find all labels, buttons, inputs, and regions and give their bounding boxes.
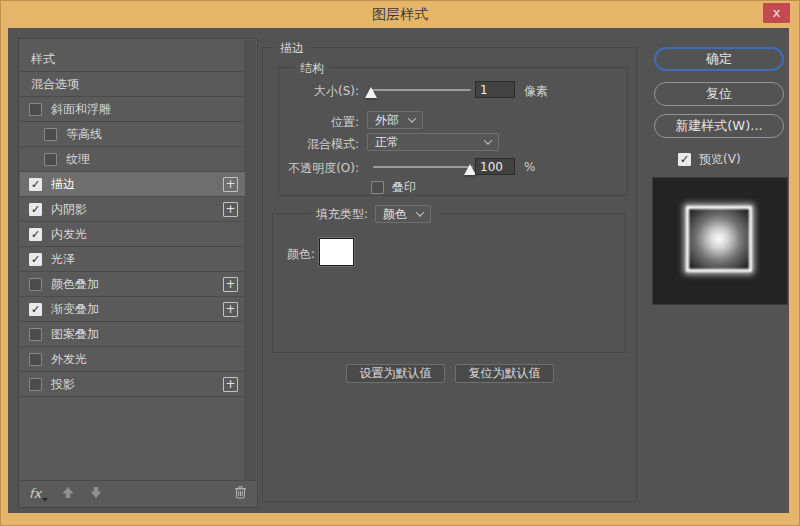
effect-label: 描边 — [51, 176, 214, 193]
opacity-unit-label: % — [524, 160, 535, 174]
effect-label: 样式 — [31, 51, 245, 68]
fill-type-header: 填充类型: 颜色 — [311, 205, 436, 223]
stroke-group-title: 描边 — [275, 40, 309, 57]
effect-row-7[interactable]: ✓内发光 — [20, 222, 245, 247]
chevron-down-icon — [408, 114, 416, 122]
preview-checkbox[interactable]: ✓ — [678, 153, 691, 166]
fill-type-label: 填充类型: — [316, 206, 368, 223]
effect-row-13[interactable]: 投影+ — [20, 372, 245, 397]
sidebar-footer-toolbar: fx — [20, 480, 256, 506]
blend-mode-label: 混合模式: — [279, 136, 359, 153]
reset-button[interactable]: 复位 — [654, 82, 784, 106]
reset-default-button[interactable]: 复位为默认值 — [455, 364, 554, 383]
style-preview-panel — [652, 177, 788, 305]
effect-checkbox[interactable] — [44, 128, 57, 141]
position-label: 位置: — [279, 114, 359, 131]
effect-row-3[interactable]: 等高线 — [20, 122, 245, 147]
ok-button[interactable]: 确定 — [654, 47, 784, 71]
effect-row-9[interactable]: 颜色叠加+ — [20, 272, 245, 297]
dialog-title: 图层样式 — [0, 6, 800, 24]
effect-label: 混合选项 — [31, 76, 245, 93]
overprint-row: 叠印 — [371, 179, 416, 196]
make-default-button[interactable]: 设置为默认值 — [346, 364, 445, 383]
size-unit-label: 像素 — [524, 83, 548, 100]
structure-group-title: 结构 — [295, 60, 329, 77]
fx-menu-icon[interactable]: fx — [29, 486, 47, 501]
effect-row-1[interactable]: 混合选项 — [20, 72, 245, 97]
add-effect-instance-icon[interactable]: + — [223, 202, 238, 217]
move-effect-down-icon[interactable] — [89, 486, 103, 502]
effect-label: 等高线 — [66, 126, 245, 143]
layer-style-dialog: 图层样式 x 样式混合选项斜面和浮雕等高线纹理✓描边+✓内阴影+✓内发光✓光泽颜… — [0, 0, 800, 526]
size-label: 大小(S): — [279, 83, 359, 100]
effect-label: 颜色叠加 — [51, 276, 214, 293]
chevron-down-icon — [416, 208, 424, 216]
opacity-label: 不透明度(O): — [279, 160, 359, 177]
sidebar-scrollbar[interactable] — [244, 40, 256, 480]
size-input[interactable]: 1 — [475, 81, 515, 98]
effect-row-4[interactable]: 纹理 — [20, 147, 245, 172]
add-effect-instance-icon[interactable]: + — [223, 177, 238, 192]
style-preview-thumbnail — [686, 206, 752, 272]
effect-label: 投影 — [51, 376, 214, 393]
delete-effect-icon[interactable] — [234, 485, 247, 502]
blend-mode-select[interactable]: 正常 — [367, 133, 499, 151]
effect-label: 光泽 — [51, 251, 245, 268]
overprint-label: 叠印 — [392, 179, 416, 196]
size-slider[interactable] — [369, 89, 471, 91]
effect-checkbox[interactable]: ✓ — [29, 203, 42, 216]
stroke-color-swatch[interactable] — [319, 238, 354, 266]
effect-checkbox[interactable] — [29, 378, 42, 391]
effect-row-12[interactable]: 外发光 — [20, 347, 245, 372]
fx-caret-icon — [42, 498, 48, 502]
effect-row-2[interactable]: 斜面和浮雕 — [20, 97, 245, 122]
effect-label: 斜面和浮雕 — [51, 101, 245, 118]
effect-checkbox[interactable] — [29, 353, 42, 366]
effect-checkbox[interactable]: ✓ — [29, 253, 42, 266]
effect-checkbox[interactable] — [44, 153, 57, 166]
add-effect-instance-icon[interactable]: + — [223, 277, 238, 292]
opacity-input[interactable]: 100 — [475, 158, 515, 175]
effect-label: 内阴影 — [51, 201, 214, 218]
effect-checkbox[interactable] — [29, 103, 42, 116]
new-style-button[interactable]: 新建样式(W)... — [654, 114, 784, 138]
effect-checkbox[interactable]: ✓ — [29, 178, 42, 191]
effect-checkbox[interactable]: ✓ — [29, 228, 42, 241]
effect-checkbox[interactable] — [29, 278, 42, 291]
effect-label: 外发光 — [51, 351, 245, 368]
effects-list: 样式混合选项斜面和浮雕等高线纹理✓描边+✓内阴影+✓内发光✓光泽颜色叠加+✓渐变… — [20, 47, 245, 397]
preview-toggle-row: ✓ 预览(V) — [678, 151, 741, 168]
color-label: 颜色: — [287, 246, 315, 263]
effect-row-6[interactable]: ✓内阴影+ — [20, 197, 245, 222]
structure-group: 结构 大小(S): 1 像素 位置: 外部 混合模式: 正常 不透明度(O): — [278, 67, 628, 196]
position-select[interactable]: 外部 — [367, 111, 423, 129]
dialog-content: 样式混合选项斜面和浮雕等高线纹理✓描边+✓内阴影+✓内发光✓光泽颜色叠加+✓渐变… — [8, 28, 789, 513]
titlebar[interactable]: 图层样式 x — [0, 0, 800, 28]
move-effect-up-icon[interactable] — [61, 486, 75, 502]
effect-label: 纹理 — [66, 151, 245, 168]
effect-checkbox[interactable] — [29, 328, 42, 341]
effect-row-10[interactable]: ✓渐变叠加+ — [20, 297, 245, 322]
effect-label: 渐变叠加 — [51, 301, 214, 318]
close-icon[interactable]: x — [763, 3, 790, 23]
overprint-checkbox[interactable] — [371, 181, 384, 194]
fill-type-group: 填充类型: 颜色 颜色: — [272, 213, 626, 353]
effect-row-0[interactable]: 样式 — [20, 47, 245, 72]
chevron-down-icon — [484, 136, 492, 144]
effects-sidebar: 样式混合选项斜面和浮雕等高线纹理✓描边+✓内阴影+✓内发光✓光泽颜色叠加+✓渐变… — [18, 38, 258, 508]
effect-row-11[interactable]: 图案叠加 — [20, 322, 245, 347]
size-slider-thumb[interactable] — [365, 87, 377, 98]
add-effect-instance-icon[interactable]: + — [223, 377, 238, 392]
effect-label: 图案叠加 — [51, 326, 245, 343]
preview-label: 预览(V) — [699, 151, 741, 168]
opacity-slider[interactable] — [373, 166, 473, 168]
effect-label: 内发光 — [51, 226, 245, 243]
effect-checkbox[interactable]: ✓ — [29, 303, 42, 316]
fill-type-select[interactable]: 颜色 — [375, 205, 431, 223]
add-effect-instance-icon[interactable]: + — [223, 302, 238, 317]
effect-row-5[interactable]: ✓描边+ — [20, 172, 245, 197]
effect-row-8[interactable]: ✓光泽 — [20, 247, 245, 272]
